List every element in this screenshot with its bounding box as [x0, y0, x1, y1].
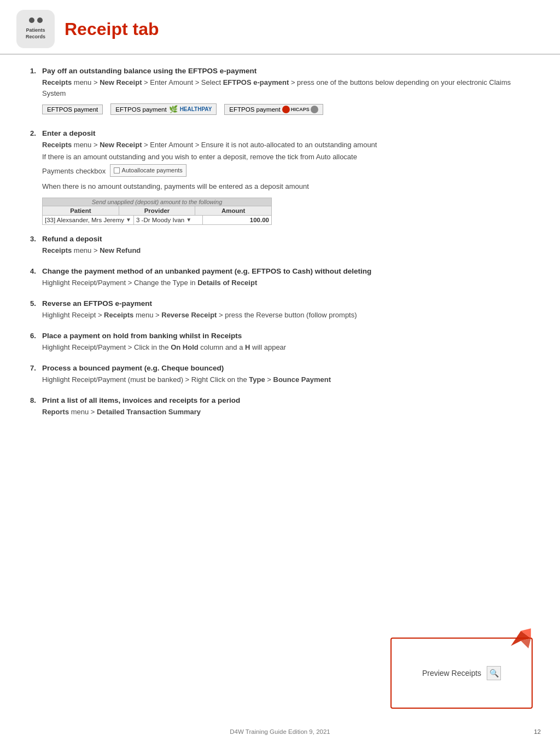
eftpos-button-1[interactable]: EFTPOS payment	[42, 105, 103, 114]
search-icon: 🔍	[489, 669, 499, 677]
step-2-desc: Receipts menu > New Receipt > Enter Amou…	[42, 140, 530, 176]
main-content: 1. Pay off an outstanding balance using …	[0, 55, 560, 451]
deposit-table-row: [33] Alexsander, Mrs Jeremy ▼ 3 -Dr Mood…	[43, 216, 271, 224]
step-3: 3. Refund a deposit Receipts menu > New …	[30, 235, 530, 257]
step-8-content: Print a list of all items, invoices and …	[42, 396, 530, 419]
step-1: 1. Pay off an outstanding balance using …	[30, 67, 530, 119]
step-6-number: 6.	[30, 332, 42, 354]
eftpos-buttons-row: EFTPOS payment EFTPOS payment 🌿 HEALTHPA…	[42, 103, 530, 115]
provider-icon-gray	[311, 106, 318, 113]
deposit-table: Send unapplied (deposit) amount to the f…	[42, 198, 272, 225]
step-6-heading: Place a payment on hold from banking whi…	[42, 332, 530, 340]
preview-receipts-box: Preview Receipts 🔍	[390, 638, 533, 709]
bird-svg	[506, 623, 536, 653]
col-patient: Patient	[43, 206, 119, 215]
step-7: 7. Process a bounced payment (e.g. Chequ…	[30, 364, 530, 386]
step-8-number: 8.	[30, 396, 42, 419]
step-1-desc: Receipts menu > New Receipt > Enter Amou…	[42, 77, 530, 99]
deposit-note: When there is no amount outstanding, pay…	[42, 182, 530, 190]
step-5-desc: Highlight Receipt > Receipts menu > Reve…	[42, 310, 530, 321]
step-5-number: 5.	[30, 299, 42, 322]
provider-cell: 3 -Dr Moody Ivan ▼	[134, 216, 203, 224]
autoallocate-checkbox[interactable]: Autoallocate payments	[110, 164, 186, 177]
step-4-desc: Highlight Receipt/Payment > Change the T…	[42, 277, 530, 288]
step-3-number: 3.	[30, 235, 42, 257]
step-4-number: 4.	[30, 267, 42, 289]
step-2-number: 2.	[30, 129, 42, 224]
page-header: PatientsRecords Receipt tab	[0, 0, 560, 55]
step-4: 4. Change the payment method of an unban…	[30, 267, 530, 289]
preview-search-button[interactable]: 🔍	[487, 666, 501, 680]
step-3-content: Refund a deposit Receipts menu > New Ref…	[42, 235, 530, 257]
eftpos-button-healthpay[interactable]: EFTPOS payment 🌿 HEALTHPAY	[110, 103, 217, 115]
step-5-heading: Reverse an EFTPOS e-payment	[42, 299, 530, 308]
step-1-content: Pay off an outstanding balance using the…	[42, 67, 530, 119]
bird-icon	[506, 623, 536, 655]
step-1-heading: Pay off an outstanding balance using the…	[42, 67, 530, 75]
patient-cell: [33] Alexsander, Mrs Jeremy ▼	[43, 216, 134, 224]
combined-provider-icons: HICAPS	[282, 106, 318, 113]
step-5-content: Reverse an EFTPOS e-payment Highlight Re…	[42, 299, 530, 322]
app-icon: PatientsRecords	[16, 10, 55, 48]
steps-list: 1. Pay off an outstanding balance using …	[30, 67, 530, 419]
step-1-number: 1.	[30, 67, 42, 119]
step-7-heading: Process a bounced payment (e.g. Cheque b…	[42, 364, 530, 372]
step-6-desc: Highlight Receipt/Payment > Click in the…	[42, 342, 530, 353]
step-6-content: Place a payment on hold from banking whi…	[42, 332, 530, 354]
step-3-heading: Refund a deposit	[42, 235, 530, 243]
step-2: 2. Enter a deposit Receipts menu > New R…	[30, 129, 530, 224]
icon-dots	[29, 18, 43, 23]
provider-icon-red	[282, 106, 290, 113]
preview-receipts-wrapper: Preview Receipts 🔍	[390, 638, 533, 709]
preview-receipts-label: Preview Receipts	[422, 669, 481, 677]
footer-text: D4W Training Guide Edition 9, 2021	[0, 728, 560, 735]
deposit-table-title: Send unapplied (deposit) amount to the f…	[43, 198, 271, 206]
step-7-desc: Highlight Receipt/Payment (must be banke…	[42, 374, 530, 385]
footer-page: 12	[534, 728, 541, 735]
step-8: 8. Print a list of all items, invoices a…	[30, 396, 530, 419]
step-7-content: Process a bounced payment (e.g. Cheque b…	[42, 364, 530, 386]
col-provider: Provider	[119, 206, 196, 215]
healthpay-leaf-icon: 🌿	[169, 105, 178, 113]
deposit-table-columns: Patient Provider Amount	[43, 206, 271, 216]
step-7-number: 7.	[30, 364, 42, 386]
page-title: Receipt tab	[65, 19, 159, 39]
step-3-desc: Receipts menu > New Refund	[42, 245, 530, 256]
step-2-content: Enter a deposit Receipts menu > New Rece…	[42, 129, 530, 224]
step-6: 6. Place a payment on hold from banking …	[30, 332, 530, 354]
eftpos-button-combined[interactable]: EFTPOS payment HICAPS	[224, 104, 323, 115]
checkbox-label: Autoallocate payments	[122, 166, 183, 175]
healthpay-logo: HEALTHPAY	[180, 106, 212, 112]
icon-label: PatientsRecords	[26, 27, 45, 40]
step-4-heading: Change the payment method of an unbanked…	[42, 267, 530, 275]
step-8-desc: Reports menu > Detailed Transaction Summ…	[42, 407, 530, 418]
step-2-heading: Enter a deposit	[42, 129, 530, 137]
step-5: 5. Reverse an EFTPOS e-payment Highlight…	[30, 299, 530, 322]
checkbox-box	[114, 167, 120, 173]
step-8-heading: Print a list of all items, invoices and …	[42, 396, 530, 404]
step-4-content: Change the payment method of an unbanked…	[42, 267, 530, 289]
col-amount: Amount	[195, 206, 271, 215]
amount-cell: 100.00	[203, 216, 271, 224]
